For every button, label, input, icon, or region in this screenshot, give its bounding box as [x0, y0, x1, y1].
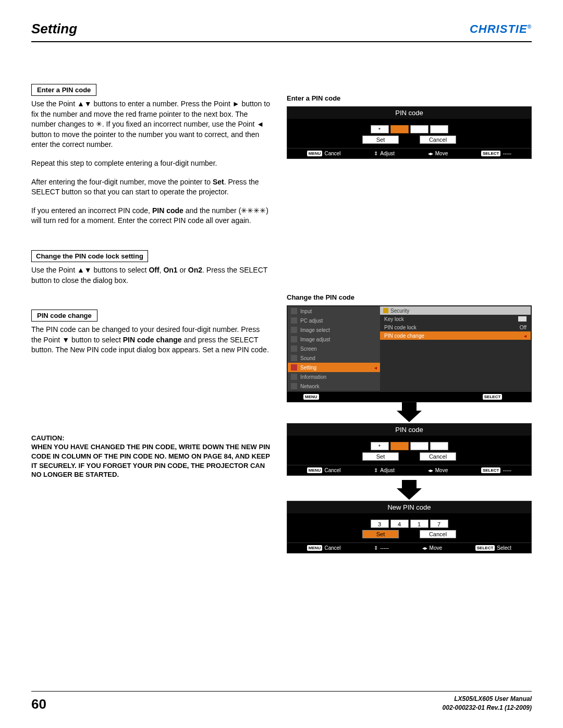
menu-item-setting[interactable]: Setting◂ [288, 363, 380, 372]
caution-text: WHEN YOU HAVE CHANGED THE PIN CODE, WRIT… [31, 442, 271, 479]
footer-info: LX505/LX605 User Manual 002-000232-01 Re… [443, 695, 532, 712]
left-column: Enter a PIN code Use the Point ▲▼ button… [31, 84, 271, 558]
updown-icon: ⇕ [398, 394, 402, 400]
updown-icon: ⇕ [374, 151, 378, 156]
hint-bar: MENUCancel ⇕----- ◂▸Move SELECTSelect [287, 542, 531, 553]
pin-digit[interactable] [410, 442, 429, 450]
cancel-button[interactable]: Cancel [420, 452, 456, 461]
image-icon [291, 327, 297, 333]
paragraph: Repeat this step to complete entering a … [31, 158, 271, 169]
right-arrow-icon: ◂ [524, 333, 527, 339]
paragraph: Use the Point ▲▼ buttons to enter a numb… [31, 99, 271, 150]
lock-icon [383, 308, 388, 313]
pin-input-row: * [292, 125, 526, 133]
menu-item-image-select[interactable]: Image select [288, 325, 380, 335]
network-icon [291, 383, 297, 389]
right-arrow-icon: ◂ [374, 365, 377, 371]
content: Enter a PIN code Use the Point ▲▼ button… [31, 84, 532, 558]
pin-digit[interactable]: 3 [371, 520, 389, 528]
figure-label: Change the PIN code [287, 293, 532, 301]
pin-digit[interactable] [430, 125, 448, 133]
right-arrow-icon: ▸ [443, 394, 446, 400]
cancel-button[interactable]: Cancel [420, 135, 456, 144]
set-button[interactable]: Set [362, 135, 399, 144]
pin-digit[interactable] [410, 125, 429, 133]
osd-new-pin-dialog: New PIN code 3 4 1 7 Set Cancel MENUCanc… [287, 501, 532, 553]
paragraph: After entering the four-digit number, mo… [31, 177, 271, 198]
pin-digit[interactable]: * [371, 125, 389, 133]
osd-title: PIN code [287, 107, 531, 119]
updown-icon: ⇕ [374, 467, 378, 473]
menu-panel: Security Key lock PIN code lockOff PIN c… [380, 306, 531, 391]
pin-digit[interactable]: 4 [390, 520, 409, 528]
adjust-icon [291, 336, 297, 342]
menu-item-information[interactable]: Information [288, 372, 380, 381]
page: Setting CHRISTIE® Enter a PIN code Use t… [0, 0, 563, 728]
left-arrow-icon: ◂ [356, 394, 358, 400]
down-arrow-icon [287, 402, 532, 423]
page-number: 60 [31, 696, 46, 712]
paragraph: Use the Point ▲▼ buttons to select Off, … [31, 265, 271, 286]
pin-digit[interactable] [390, 125, 409, 133]
osd-menu: Input PC adjust Image select Image adjus… [287, 305, 532, 402]
input-icon [291, 308, 297, 314]
osd-pin-dialog: PIN code * Set Cancel MENUCancel ⇕ [287, 106, 532, 159]
pin-digit[interactable] [430, 442, 448, 450]
paragraph: The PIN code can be changed to your desi… [31, 325, 271, 355]
leftright-icon: ◂▸ [422, 545, 427, 551]
monitor-icon [291, 317, 297, 324]
set-button[interactable]: Set [362, 452, 399, 461]
menu-item-sound[interactable]: Sound [288, 353, 380, 363]
cancel-button[interactable]: Cancel [420, 530, 456, 538]
set-button[interactable]: Set [362, 530, 399, 538]
info-icon [291, 374, 297, 380]
hint-bar: MENUCancel ⇕Adjust ◂▸Move SELECT----- [287, 465, 531, 475]
caution-label: CAUTION: [31, 434, 271, 443]
menu-sidebar: Input PC adjust Image select Image adjus… [288, 306, 380, 391]
menu-item-image-adjust[interactable]: Image adjust [288, 335, 380, 344]
osd-title: PIN code [287, 424, 531, 436]
brand-logo: CHRISTIE® [470, 22, 532, 36]
down-arrow-icon [287, 480, 532, 501]
footer: 60 LX505/LX605 User Manual 002-000232-01… [31, 691, 532, 712]
heading-pin-change: PIN code change [31, 310, 97, 322]
osd-title: New PIN code [287, 501, 531, 513]
hint-bar: MENUExit ◂Back ⇕Move ▸----- SELECTNext [287, 391, 531, 402]
menu-item-input[interactable]: Input [288, 306, 380, 316]
menu-item-network[interactable]: Network [288, 381, 380, 391]
pin-digit[interactable]: 7 [430, 520, 448, 528]
leftright-icon: ◂▸ [428, 151, 433, 156]
osd-pin-dialog: PIN code * Set Cancel MENUCancel ⇕ [287, 423, 532, 476]
menu-item-screen[interactable]: Screen [288, 344, 380, 353]
updown-icon: ⇕ [374, 545, 378, 551]
figure-label: Enter a PIN code [287, 94, 532, 102]
pin-digit[interactable]: 1 [410, 520, 429, 528]
submenu-key-lock[interactable]: Key lock [380, 315, 531, 323]
heading-change-lock: Change the PIN code lock setting [31, 250, 148, 262]
page-title: Setting [31, 21, 77, 37]
setting-icon [291, 364, 297, 371]
pin-digit[interactable] [390, 442, 409, 450]
sound-icon [291, 355, 297, 361]
caution-block: CAUTION: WHEN YOU HAVE CHANGED THE PIN C… [31, 434, 271, 479]
paragraph: If you entered an incorrect PIN code, PI… [31, 206, 271, 226]
right-column: Enter a PIN code PIN code * Set Cancel [287, 84, 532, 558]
submenu-pin-change[interactable]: PIN code change◂ [380, 331, 531, 340]
submenu-pin-lock[interactable]: PIN code lockOff [380, 323, 531, 331]
pin-input-row: * [292, 442, 526, 450]
header: Setting CHRISTIE® [31, 21, 532, 42]
leftright-icon: ◂▸ [428, 467, 433, 473]
screen-icon [291, 346, 297, 352]
keylock-icon [518, 316, 527, 322]
submenu-title: Security [380, 306, 531, 315]
menu-item-pc-adjust[interactable]: PC adjust [288, 316, 380, 325]
hint-bar: MENUCancel ⇕Adjust ◂▸Move SELECT----- [287, 148, 531, 158]
pin-digit[interactable]: * [371, 442, 389, 450]
heading-enter-pin: Enter a PIN code [31, 84, 96, 96]
pin-input-row: 3 4 1 7 [292, 520, 526, 528]
